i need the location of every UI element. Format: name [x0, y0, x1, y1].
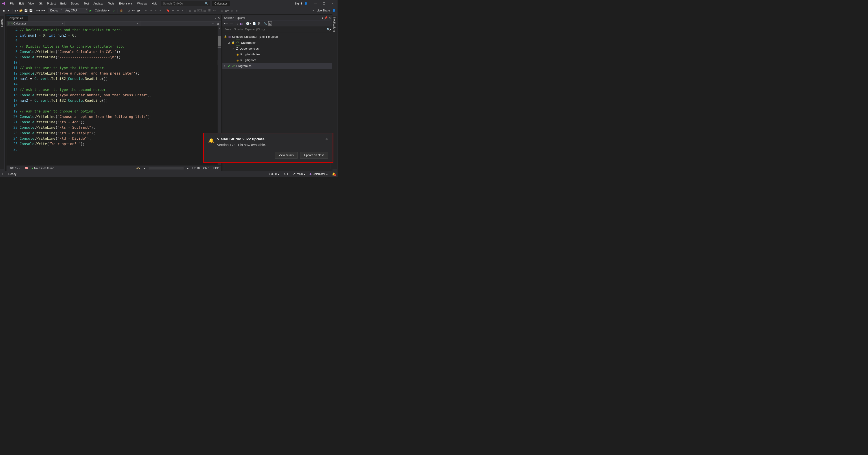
- nav-back-icon[interactable]: ◉: [2, 8, 6, 13]
- quick-search[interactable]: Search (Ctrl+Q) 🔍: [161, 1, 210, 6]
- notification-title: Visual Studio 2022 update: [217, 137, 266, 141]
- undo-icon[interactable]: ↶▾: [36, 8, 40, 13]
- sql-icon: SQL: [198, 8, 202, 13]
- se-search-input[interactable]: [223, 27, 326, 32]
- tab-dropdown-icon[interactable]: ▾: [215, 17, 216, 20]
- save-icon[interactable]: 💾: [24, 8, 28, 13]
- sync-status[interactable]: ↑↓ 3 / 0 ▴: [268, 172, 279, 176]
- zoom-combo[interactable]: 100 % ▾: [8, 167, 21, 170]
- maximize-button[interactable]: ☐: [321, 1, 327, 6]
- expand-icon[interactable]: ▷: [232, 46, 235, 51]
- update-on-close-button[interactable]: Update on close: [300, 152, 328, 158]
- panel-dropdown-icon[interactable]: ▾: [322, 16, 323, 20]
- show-all-icon[interactable]: ⊡: [269, 21, 272, 26]
- wrap-icon[interactable]: ⊟▾: [225, 8, 229, 13]
- properties-icon[interactable]: 🔧: [264, 22, 267, 25]
- menu-help[interactable]: Help: [150, 1, 159, 6]
- intellisense-icon[interactable]: 🧠: [25, 167, 28, 170]
- nav-member-combo[interactable]: [140, 21, 215, 26]
- notifications-bell[interactable]: 🔔 1: [332, 172, 336, 176]
- save-all-icon[interactable]: 💾: [29, 8, 33, 13]
- start-no-debug-icon[interactable]: ▷: [112, 8, 116, 13]
- solution-tree[interactable]: 🔒 ◫ Solution 'Calculator' (1 of 1 projec…: [222, 33, 332, 145]
- browser-link-icon[interactable]: ⧉: [127, 8, 131, 13]
- menu-analyze[interactable]: Analyze: [91, 1, 105, 6]
- scroll-thumb[interactable]: [218, 36, 221, 47]
- se-search[interactable]: 🔍▾: [223, 27, 332, 32]
- lock-icon: 🔒: [236, 51, 239, 57]
- open-folder-icon[interactable]: 📂: [19, 8, 23, 13]
- code-editor[interactable]: 4567891011121314151617181920212223242526…: [6, 26, 221, 166]
- project-indicator[interactable]: ◆ Calculator ▴: [309, 172, 328, 176]
- live-share-button[interactable]: Live Share: [317, 9, 330, 12]
- view-details-button[interactable]: View details: [275, 152, 298, 158]
- code-area[interactable]: // Declare variables and then initialize…: [20, 26, 218, 165]
- windows-icon[interactable]: ⊞▾: [136, 8, 141, 13]
- menu-view[interactable]: View: [26, 1, 36, 6]
- menu-project[interactable]: Project: [45, 1, 58, 6]
- h-scroll-track[interactable]: [149, 167, 184, 170]
- app-icon[interactable]: ▭: [131, 8, 136, 13]
- nav-type-combo[interactable]: [65, 21, 140, 26]
- sync-icon[interactable]: 📄: [252, 22, 256, 25]
- account-icon[interactable]: 👤: [332, 8, 336, 13]
- menu-test[interactable]: Test: [82, 1, 91, 6]
- fwd-icon[interactable]: ⟶: [229, 22, 234, 25]
- cleanup-icon[interactable]: 🖌▾: [136, 167, 140, 170]
- search-placeholder: Search (Ctrl+Q): [163, 2, 183, 5]
- menu-extensions[interactable]: Extensions: [117, 1, 135, 6]
- vs-logo-icon: [2, 2, 5, 5]
- csharp-icon: C#: [236, 40, 240, 46]
- panel-close-icon[interactable]: ✕: [329, 16, 331, 20]
- dependencies-node[interactable]: ▷ 🖧 Dependencies: [224, 46, 331, 51]
- menu-build[interactable]: Build: [58, 1, 68, 6]
- home-icon[interactable]: ⌂: [237, 22, 239, 25]
- toolbox-tab[interactable]: Toolbox: [0, 16, 4, 169]
- new-item-icon[interactable]: ⊕▾: [14, 8, 19, 13]
- redo-icon[interactable]: ↷▾: [41, 8, 45, 13]
- bookmark-icon[interactable]: 🔖: [166, 8, 170, 13]
- scroll-left-icon[interactable]: ◂: [144, 167, 145, 170]
- platform-combo[interactable]: Any CPU: [63, 8, 88, 13]
- ok-icon: ●: [32, 167, 33, 170]
- file-node[interactable]: 🔒🗎.gitignore: [224, 57, 331, 63]
- sign-in-button[interactable]: Sign in 👤: [292, 1, 310, 6]
- tab-program-cs[interactable]: Program.cs: [6, 15, 28, 21]
- collapse-icon[interactable]: 🗐: [257, 22, 260, 25]
- switch-views-icon[interactable]: ◧: [240, 22, 243, 25]
- expand-icon[interactable]: ▷: [224, 63, 227, 69]
- branch-indicator[interactable]: ⎇ main ▴: [292, 172, 305, 176]
- scroll-right-icon[interactable]: ▸: [187, 167, 188, 170]
- menu-git[interactable]: Git: [37, 1, 45, 6]
- indent-mode[interactable]: SPC: [213, 167, 219, 170]
- close-button[interactable]: ✕: [330, 1, 336, 6]
- share-icon[interactable]: ↗: [311, 8, 315, 13]
- close-icon[interactable]: ✕: [325, 137, 328, 141]
- project-node[interactable]: ◢ 🔒 C# Calculator: [224, 40, 331, 46]
- search-icon[interactable]: 🔍▾: [326, 27, 332, 32]
- menu-window[interactable]: Window: [135, 1, 149, 6]
- nav-fwd-icon[interactable]: ▾: [7, 8, 11, 13]
- menu-edit[interactable]: Edit: [17, 1, 26, 6]
- nav-split-icon[interactable]: ⊞: [215, 21, 221, 26]
- pin-icon[interactable]: 📌: [324, 16, 328, 20]
- menu-file[interactable]: File: [8, 1, 17, 6]
- program-cs-node[interactable]: ▷ ✔ C# Program.cs: [222, 63, 332, 69]
- start-debug-icon[interactable]: ▶: [89, 8, 93, 13]
- file-node[interactable]: 🔒🗎.gitattributes: [224, 51, 331, 57]
- back-icon[interactable]: ⟵: [224, 22, 228, 25]
- start-target[interactable]: Calculator ▾: [94, 8, 111, 12]
- expand-icon[interactable]: ◢: [228, 40, 231, 46]
- pending-changes[interactable]: ✎ 1: [283, 172, 288, 176]
- menu-debug[interactable]: Debug: [69, 1, 81, 6]
- nav-project-combo[interactable]: C# Calculator: [7, 21, 65, 26]
- menu-tools[interactable]: Tools: [106, 1, 117, 6]
- history-icon[interactable]: 🕘▾: [246, 22, 251, 25]
- config-combo[interactable]: Debug: [49, 8, 63, 13]
- solution-node[interactable]: 🔒 ◫ Solution 'Calculator' (1 of 1 projec…: [224, 34, 331, 40]
- diamond-icon: ◆: [309, 172, 312, 176]
- tab-settings-icon[interactable]: ⚙: [217, 17, 220, 20]
- lock-icon: 🔒: [224, 34, 227, 40]
- minimize-button[interactable]: —: [312, 1, 318, 6]
- feedback-icon[interactable]: [2, 173, 5, 175]
